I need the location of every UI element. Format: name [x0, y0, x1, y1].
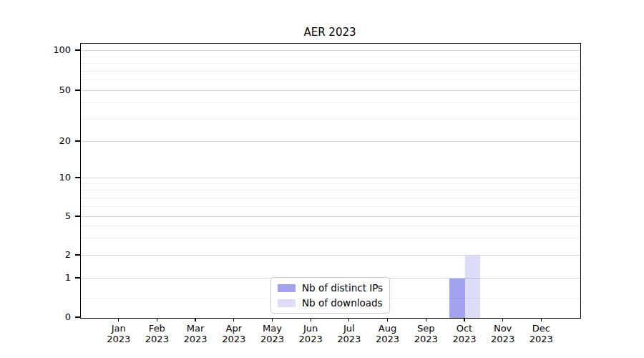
y-axis-tick-label: 1	[39, 272, 71, 284]
y-axis-tick-label: 100	[39, 44, 71, 56]
major-gridline	[81, 255, 580, 256]
major-gridline	[81, 216, 580, 217]
y-axis-tick-mark	[75, 90, 80, 90]
y-axis-tick-mark	[75, 49, 80, 50]
x-axis-tick-mark	[272, 318, 273, 321]
minor-gridline	[81, 226, 580, 226]
y-axis-tick-label: 50	[39, 84, 71, 96]
y-axis-tick-mark	[75, 254, 80, 255]
x-axis-tick-mark	[464, 318, 464, 321]
x-axis-tick-mark	[195, 318, 195, 321]
minor-gridline	[81, 57, 580, 57]
major-gridline	[81, 50, 580, 51]
major-gridline	[81, 141, 580, 142]
minor-gridline	[81, 79, 580, 80]
minor-gridline	[81, 102, 580, 103]
y-axis-tick-mark	[75, 316, 80, 317]
x-axis-tick-mark	[502, 318, 503, 321]
minor-gridline	[81, 206, 580, 207]
y-axis-tick-label: 20	[39, 135, 71, 147]
y-axis-tick-mark	[75, 177, 80, 178]
figure: AER 2023 0125102050100Jan2023Feb2023Mar2…	[0, 0, 644, 358]
major-gridline	[81, 178, 580, 178]
minor-gridline	[81, 198, 580, 198]
major-gridline	[81, 278, 580, 279]
minor-gridline	[81, 71, 580, 72]
y-axis-tick-label: 10	[39, 172, 71, 183]
minor-gridline	[81, 190, 580, 190]
x-axis-tick-mark	[348, 318, 349, 321]
minor-gridline	[81, 63, 580, 64]
y-axis-tick-mark	[75, 216, 80, 216]
plot-area	[80, 43, 581, 319]
x-axis-tick-label: Dec2023	[518, 323, 564, 344]
major-gridline	[81, 90, 580, 91]
y-axis-tick-mark	[75, 140, 80, 141]
minor-gridline	[81, 183, 580, 184]
minor-gridline	[81, 119, 580, 120]
y-axis-tick-label: 5	[39, 211, 71, 222]
minor-gridline	[81, 298, 580, 299]
x-axis-tick-mark	[233, 318, 234, 321]
y-axis-tick-mark	[75, 277, 80, 278]
x-axis-tick-mark	[118, 318, 119, 321]
bar-nb-of-downloads	[465, 256, 480, 318]
x-axis-tick-mark	[157, 318, 157, 321]
x-axis-tick-mark	[541, 318, 542, 321]
x-axis-tick-mark	[311, 318, 311, 321]
chart-title: AER 2023	[80, 26, 580, 39]
x-axis-tick-mark	[387, 318, 388, 321]
y-axis-tick-label: 2	[39, 249, 71, 261]
minor-gridline	[81, 238, 580, 238]
x-axis-tick-mark	[426, 318, 426, 321]
y-axis-tick-label: 0	[39, 311, 71, 323]
